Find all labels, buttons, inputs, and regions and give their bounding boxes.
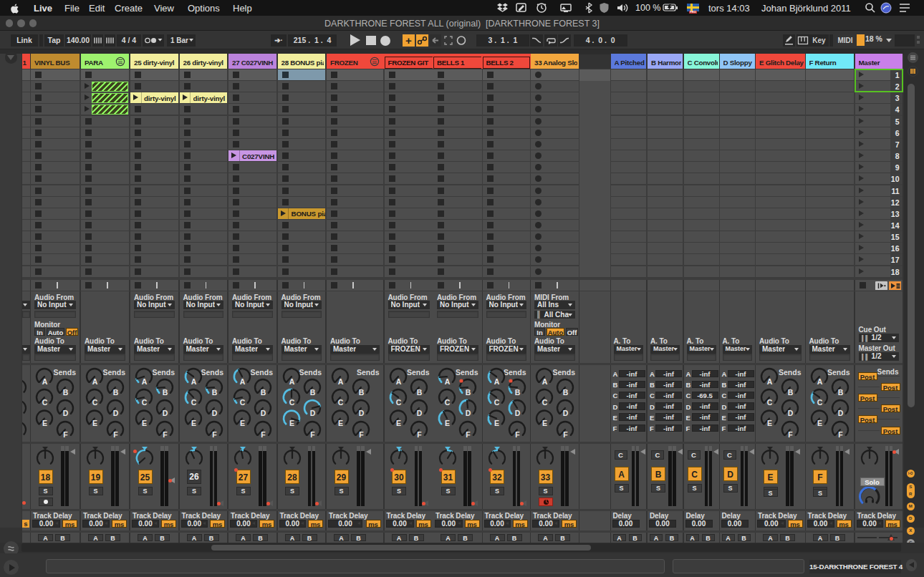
svg-text:A: A bbox=[42, 377, 48, 385]
svg-text:D: D bbox=[788, 408, 794, 417]
svg-text:A: A bbox=[494, 377, 499, 385]
svg-text:F: F bbox=[63, 430, 68, 438]
svg-text:A: A bbox=[542, 377, 548, 385]
svg-text:F: F bbox=[838, 430, 843, 438]
svg-text:C: C bbox=[817, 397, 822, 406]
svg-text:E: E bbox=[338, 419, 343, 427]
svg-text:A: A bbox=[767, 377, 773, 385]
svg-text:A: A bbox=[445, 377, 451, 385]
svg-text:C: C bbox=[142, 397, 148, 406]
svg-text:B: B bbox=[788, 387, 794, 396]
svg-text:F: F bbox=[212, 430, 217, 438]
svg-text:D: D bbox=[563, 408, 569, 417]
svg-text:F: F bbox=[788, 430, 793, 438]
svg-text:C: C bbox=[289, 397, 294, 406]
svg-text:E: E bbox=[289, 419, 294, 427]
svg-text:D: D bbox=[163, 408, 168, 417]
svg-text:F: F bbox=[310, 430, 315, 438]
svg-text:E: E bbox=[445, 419, 450, 427]
svg-text:A: A bbox=[142, 377, 148, 385]
svg-text:B: B bbox=[837, 387, 843, 396]
svg-text:F: F bbox=[466, 430, 471, 438]
svg-text:A: A bbox=[240, 377, 246, 385]
svg-text:F: F bbox=[515, 430, 520, 438]
svg-text:F: F bbox=[261, 430, 266, 438]
svg-text:B: B bbox=[416, 387, 422, 396]
svg-text:E: E bbox=[240, 419, 245, 427]
svg-text:A: A bbox=[289, 377, 294, 385]
svg-text:E: E bbox=[92, 419, 97, 427]
svg-text:C: C bbox=[191, 397, 196, 406]
svg-text:E: E bbox=[767, 419, 772, 427]
svg-text:F: F bbox=[163, 430, 168, 438]
svg-text:D: D bbox=[837, 408, 843, 417]
svg-text:B: B bbox=[63, 387, 69, 396]
svg-text:A: A bbox=[191, 377, 196, 385]
svg-text:B: B bbox=[163, 387, 168, 396]
svg-text:C: C bbox=[92, 397, 98, 406]
svg-text:D: D bbox=[514, 408, 520, 417]
svg-text:B: B bbox=[211, 387, 217, 396]
svg-text:E: E bbox=[542, 419, 547, 427]
svg-text:B: B bbox=[113, 387, 119, 396]
svg-text:D: D bbox=[466, 408, 471, 417]
svg-text:C: C bbox=[494, 397, 499, 406]
svg-text:B: B bbox=[563, 387, 569, 396]
svg-text:B: B bbox=[309, 387, 315, 396]
svg-text:E: E bbox=[42, 419, 47, 427]
svg-text:A: A bbox=[817, 377, 822, 385]
svg-text:D: D bbox=[309, 408, 315, 417]
svg-text:E: E bbox=[395, 419, 400, 427]
svg-text:D: D bbox=[63, 408, 69, 417]
svg-text:F: F bbox=[113, 430, 118, 438]
svg-text:E: E bbox=[142, 419, 147, 427]
svg-text:F: F bbox=[417, 430, 422, 438]
svg-text:B: B bbox=[514, 387, 520, 396]
svg-text:C: C bbox=[445, 397, 451, 406]
svg-text:B: B bbox=[359, 387, 365, 396]
svg-text:D: D bbox=[113, 408, 119, 417]
svg-text:F: F bbox=[563, 430, 568, 438]
svg-text:E: E bbox=[494, 419, 499, 427]
svg-text:C: C bbox=[542, 397, 548, 406]
svg-text:B: B bbox=[261, 387, 266, 396]
svg-text:D: D bbox=[211, 408, 217, 417]
svg-text:A: A bbox=[338, 377, 344, 385]
svg-text:B: B bbox=[466, 387, 471, 396]
svg-text:D: D bbox=[416, 408, 422, 417]
svg-text:A: A bbox=[395, 377, 401, 385]
svg-text:E: E bbox=[817, 419, 822, 427]
svg-text:C: C bbox=[395, 397, 401, 406]
svg-text:C: C bbox=[338, 397, 344, 406]
svg-text:D: D bbox=[359, 408, 365, 417]
svg-text:A: A bbox=[92, 377, 98, 385]
svg-text:F: F bbox=[359, 430, 364, 438]
svg-text:C: C bbox=[240, 397, 246, 406]
svg-text:E: E bbox=[191, 419, 196, 427]
svg-text:C: C bbox=[42, 397, 48, 406]
svg-text:C: C bbox=[767, 397, 773, 406]
svg-text:D: D bbox=[261, 408, 266, 417]
